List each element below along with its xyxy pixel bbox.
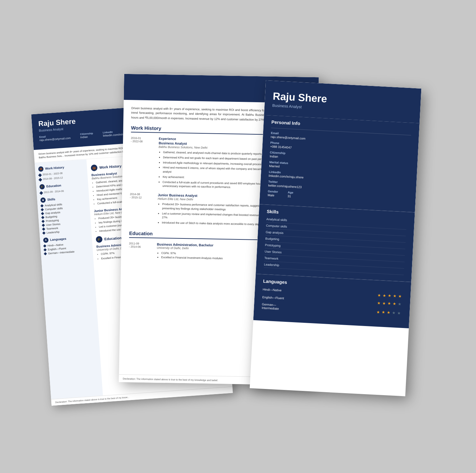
skills-icon: ◆ (40, 197, 46, 203)
resume3-languages: Languages Hindi—Native ★ ★ ★ ★ ★ English… (253, 274, 411, 328)
lang-dot (43, 252, 47, 255)
skill-dot (42, 224, 45, 227)
timeline-dot (39, 191, 43, 195)
resume3-gender: Male (267, 193, 278, 198)
briefcase-icon: 💼 (38, 166, 43, 172)
resume1-email-item: Email raju.shere@zetymail.com (39, 133, 71, 145)
edu-icon: 🎓 (95, 236, 102, 243)
resume3-age: 31 (287, 194, 293, 198)
skill-dot (41, 212, 44, 215)
resume3-gender-label: Gender (268, 190, 278, 194)
resume3-age-item: Age 31 (287, 191, 293, 198)
graduation-icon: 🎓 (39, 184, 45, 189)
skill-dot (40, 204, 43, 207)
skill-dot (41, 208, 44, 211)
sidebar-skills-section: ◆ Skills Analytical skills Computer skil… (40, 194, 88, 234)
skill-dot (42, 227, 45, 231)
skill-dot (42, 231, 45, 235)
resume3-skills: Skills Analytical skills Computer skills… (256, 204, 415, 282)
lang-dot (43, 244, 46, 248)
hindi-stars: ★ ★ ★ ★ ★ (377, 293, 403, 299)
sidebar-languages-section: A Languages Hindi—Native English—Fluent … (43, 235, 89, 255)
resume-3: Raju Shere Business Analyst Personal Inf… (250, 80, 421, 396)
resume1-citizenship-item: Citizenship Indian (80, 132, 93, 142)
lang-dot (43, 248, 46, 251)
german-stars: ★ ★ ★ ★ ★ (376, 310, 402, 316)
scene: Raju Shere Business Analyst Email raju.s… (0, 0, 476, 473)
resume3-gender-item: Gender Male (267, 190, 278, 198)
timeline-dot (38, 178, 42, 181)
work-icon: 💼 (91, 164, 97, 171)
skill-dot (41, 216, 44, 219)
resume3-personal-info: Personal Info Email raju.shere@zetymail.… (259, 115, 420, 212)
resume1-citizenship: Indian (80, 135, 93, 139)
timeline-dot (38, 173, 42, 177)
sidebar-work-section: 💼 Work History 2016-01 - 2022-08 2014-08… (38, 163, 84, 181)
resume3-age-label: Age (287, 191, 293, 194)
english-stars: ★ ★ ★ ★ ★ (377, 301, 402, 307)
language-icon: A (43, 237, 48, 243)
skill-dot (41, 220, 44, 223)
sidebar-education-section: 🎓 Education 2011-09 - 2014-06 (39, 181, 85, 194)
